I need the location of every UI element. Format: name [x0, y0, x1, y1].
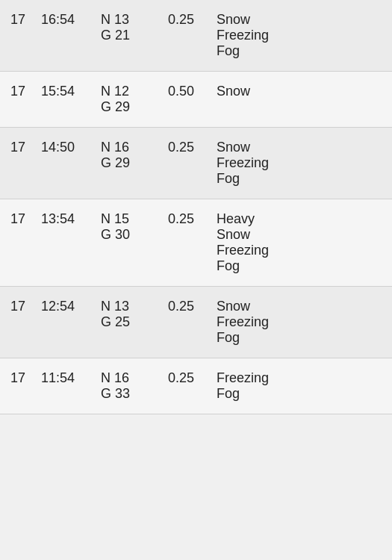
conditions-cell: Snow Freezing Fog — [209, 128, 392, 199]
table-row: 1712:54N 13 G 250.25Snow Freezing Fog — [0, 287, 392, 358]
conditions-cell: Heavy Snow Freezing Fog — [209, 199, 392, 287]
day-cell: 17 — [0, 287, 34, 358]
day-cell: 17 — [0, 72, 34, 128]
weather-table: 1716:54N 13 G 210.25Snow Freezing Fog171… — [0, 0, 392, 414]
precip-cell: 0.25 — [161, 128, 209, 199]
conditions-cell: Snow — [209, 72, 392, 128]
day-cell: 17 — [0, 0, 34, 72]
wind-cell: N 16 G 29 — [93, 128, 161, 199]
table-row: 1711:54N 16 G 330.25Freezing Fog — [0, 358, 392, 414]
time-cell: 14:50 — [34, 128, 93, 199]
precip-cell: 0.25 — [161, 287, 209, 358]
time-cell: 16:54 — [34, 0, 93, 72]
table-row: 1714:50N 16 G 290.25Snow Freezing Fog — [0, 128, 392, 199]
wind-cell: N 15 G 30 — [93, 199, 161, 287]
day-cell: 17 — [0, 128, 34, 199]
table-row: 1716:54N 13 G 210.25Snow Freezing Fog — [0, 0, 392, 72]
day-cell: 17 — [0, 358, 34, 414]
conditions-cell: Snow Freezing Fog — [209, 0, 392, 72]
day-cell: 17 — [0, 199, 34, 287]
conditions-cell: Snow Freezing Fog — [209, 287, 392, 358]
time-cell: 15:54 — [34, 72, 93, 128]
conditions-cell: Freezing Fog — [209, 358, 392, 414]
table-row: 1713:54N 15 G 300.25Heavy Snow Freezing … — [0, 199, 392, 287]
precip-cell: 0.25 — [161, 199, 209, 287]
wind-cell: N 13 G 21 — [93, 0, 161, 72]
table-row: 1715:54N 12 G 290.50Snow — [0, 72, 392, 128]
wind-cell: N 13 G 25 — [93, 287, 161, 358]
precip-cell: 0.25 — [161, 358, 209, 414]
time-cell: 12:54 — [34, 287, 93, 358]
time-cell: 11:54 — [34, 358, 93, 414]
precip-cell: 0.25 — [161, 0, 209, 72]
precip-cell: 0.50 — [161, 72, 209, 128]
wind-cell: N 16 G 33 — [93, 358, 161, 414]
time-cell: 13:54 — [34, 199, 93, 287]
wind-cell: N 12 G 29 — [93, 72, 161, 128]
